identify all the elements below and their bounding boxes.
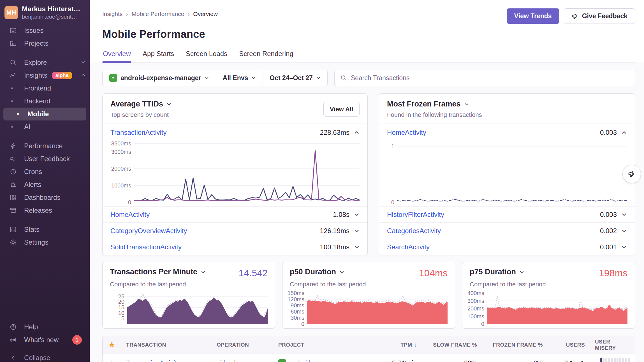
sidebar-item-whats-new[interactable]: What's new 1 [0,333,90,346]
chevron-down-icon[interactable] [354,228,360,234]
frozen-row-search-activity[interactable]: SearchActivity 0.001 [379,239,635,255]
sidebar-item-insights[interactable]: Insights alpha [0,69,90,82]
sidebar-item-help[interactable]: Help [0,321,90,333]
tpm-title-dropdown[interactable]: Transactions Per Minute [110,268,206,276]
chevron-up-icon[interactable] [354,130,360,135]
ttid-row-transaction-activity[interactable]: TransactionActivity 228.63ms [103,124,367,141]
row-value: 0.001 [600,243,617,251]
sidebar-item-user-feedback[interactable]: User Feedback [0,152,90,165]
transaction-link[interactable]: HomeActivity [387,129,426,136]
sidebar-item-ai[interactable]: • AI [0,120,90,133]
tab-overview[interactable]: Overview [102,50,131,62]
column-operation[interactable]: OPERATION [212,342,273,348]
sidebar-item-explore[interactable]: Explore [0,56,90,69]
bar-chart-icon [8,226,18,233]
user-menu[interactable]: MH Markus Hinterst… benjamin.coe@sent… [0,5,90,24]
average-ttids-title-dropdown[interactable]: Average TTIDs [110,100,172,108]
sidebar-item-projects[interactable]: Projects [0,37,90,50]
column-project[interactable]: PROJECT [273,342,374,348]
frozen-line-chart[interactable] [397,142,627,202]
tpm-cell: 5.74/min [374,359,422,362]
y-axis-tick-label: 1000ms [111,182,131,189]
sidebar-collapse-button[interactable]: Collapse [0,351,90,362]
give-feedback-button[interactable]: Give Feedback [564,8,635,24]
sidebar-item-frontend[interactable]: • Frontend [0,82,90,95]
sidebar-item-label: Projects [24,40,48,47]
star-toggle[interactable]: ☆ [103,359,121,362]
chevron-down-icon[interactable] [354,244,360,250]
frozen-chart-area: 10 [379,141,635,206]
sidebar-item-backend[interactable]: • Backend [0,95,90,108]
card-title: p75 Duration [470,268,516,276]
tab-screen-loads[interactable]: Screen Loads [185,50,228,62]
ttid-row-home-activity[interactable]: HomeActivity 1.08s [103,206,367,222]
chevron-up-icon[interactable] [621,130,627,135]
row-value: 126.19ms [320,227,349,235]
view-all-button[interactable]: View All [323,102,360,117]
frozen-row-categories-activity[interactable]: CategoriesActivity 0.002 [379,222,635,239]
most-frozen-frames-title-dropdown[interactable]: Most Frozen Frames [387,100,469,108]
date-range-selector[interactable]: Oct 24–Oct 27 [263,70,327,86]
chevron-down-icon [251,76,256,80]
sidebar-item-label: User Feedback [24,155,70,163]
card-title: p50 Duration [290,268,336,276]
transaction-link[interactable]: CategoriesActivity [387,227,441,235]
table-header-row: ★ TRANSACTION OPERATION PROJECT TPM↓ SLO… [103,336,635,354]
sidebar-item-dashboards[interactable]: Dashboards [0,191,90,204]
star-header[interactable]: ★ [103,340,121,349]
sidebar-item-issues[interactable]: Issues [0,24,90,37]
android-project-icon [278,359,286,362]
project-selector[interactable]: android-expense-manager [103,70,216,86]
ttid-line-chart[interactable] [134,142,360,202]
chevron-down-icon[interactable] [621,228,627,234]
y-axis-tick-label: 90ms [291,302,304,309]
sidebar-item-releases[interactable]: Releases [0,204,90,217]
ttid-row-solid-transaction-activity[interactable]: SolidTransactionActivity 100.18ms [103,239,367,255]
transaction-link[interactable]: HistoryFilterActivity [387,211,444,219]
bullet-icon: • [0,85,24,92]
column-user-misery[interactable]: USER MISERY [590,339,635,351]
y-axis-tick-label: 120ms [288,296,304,303]
transaction-link[interactable]: HomeActivity [110,211,150,219]
chevron-down-icon [519,270,524,275]
column-users[interactable]: USERS [548,342,590,348]
breadcrumb-insights[interactable]: Insights [102,11,122,17]
sidebar-item-settings[interactable]: Settings [0,236,90,249]
ttid-row-category-overview-activity[interactable]: CategoryOverviewActivity 126.19ms [103,222,367,239]
project-link[interactable]: android-expense-manager [289,359,365,362]
bullet-icon: • [0,123,24,131]
issues-icon [8,27,18,34]
sidebar-item-mobile[interactable]: • Mobile [3,108,86,120]
transaction-link[interactable]: SearchActivity [387,243,430,251]
column-tpm-sorted[interactable]: TPM↓ [374,342,422,348]
chevron-down-icon[interactable] [354,212,360,217]
column-slow-frame[interactable]: SLOW FRAME % [422,342,482,348]
column-frozen-frame[interactable]: FROZEN FRAME % [482,342,548,348]
sidebar-item-alerts[interactable]: Alerts [0,178,90,191]
card-subtitle: Compared to the last period [470,281,627,288]
column-transaction[interactable]: TRANSACTION [121,342,212,348]
frozen-row-home-activity[interactable]: HomeActivity 0.003 [379,124,635,141]
tab-screen-rendering[interactable]: Screen Rendering [238,50,294,62]
chevron-down-icon[interactable] [621,244,627,250]
search-input[interactable] [351,74,629,82]
chevron-down-icon[interactable] [621,212,627,217]
tab-app-starts[interactable]: App Starts [142,50,175,62]
environment-selector[interactable]: All Envs [216,70,263,86]
view-trends-button[interactable]: View Trends [507,8,559,24]
sidebar-item-crons[interactable]: Crons [0,165,90,178]
star-icon: ★ [108,340,115,349]
sidebar-item-performance[interactable]: Performance [0,140,90,152]
p75-title-dropdown[interactable]: p75 Duration [470,268,524,276]
frozen-row-history-filter-activity[interactable]: HistoryFilterActivity 0.003 [379,206,635,222]
p50-duration-card: p50 Duration 104ms Compared to the last … [282,262,455,329]
breadcrumb-mobile-performance[interactable]: Mobile Performance [131,11,184,17]
feedback-fab-button[interactable] [622,165,641,183]
transaction-link[interactable]: TransactionActivity [126,359,180,362]
transaction-link[interactable]: CategoryOverviewActivity [110,227,187,235]
p50-title-dropdown[interactable]: p50 Duration [290,268,344,276]
transaction-link[interactable]: TransactionActivity [110,129,167,136]
transaction-link[interactable]: SolidTransactionActivity [110,243,182,251]
sidebar-item-stats[interactable]: Stats [0,223,90,236]
y-axis-tick-label: 0 [128,199,131,206]
